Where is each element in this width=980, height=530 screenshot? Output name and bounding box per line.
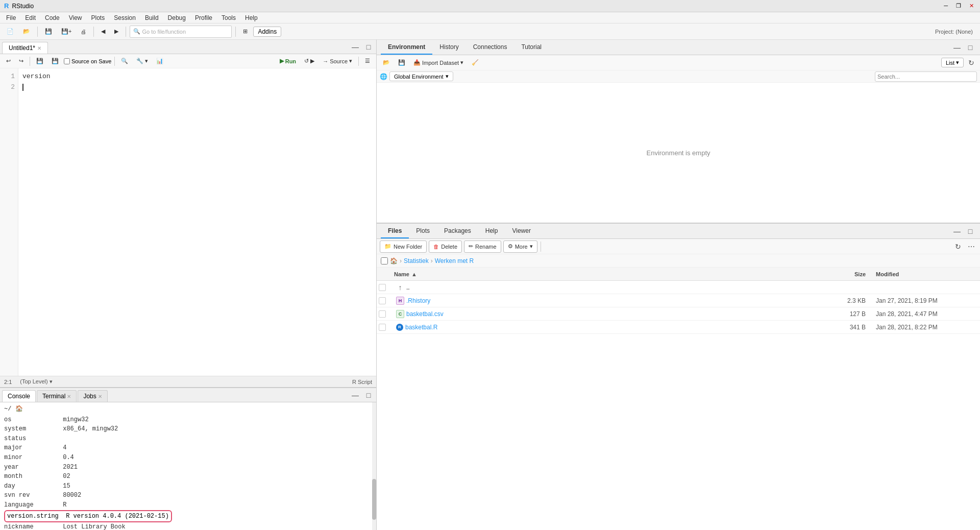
row-check-rhistory[interactable] (379, 297, 394, 304)
files-more-btn[interactable]: ⋯ (966, 241, 977, 252)
console-tab-terminal[interactable]: Terminal ✕ (37, 390, 77, 402)
menu-help[interactable]: Help (241, 13, 262, 22)
console-maximize-btn[interactable]: □ (363, 390, 374, 401)
jobs-tab-close[interactable]: ✕ (98, 394, 102, 399)
menu-tools[interactable]: Tools (217, 13, 240, 22)
code-content[interactable]: version (18, 68, 376, 376)
env-tab-history[interactable]: History (432, 40, 465, 55)
code-tools-btn[interactable]: 🔧 ▾ (133, 56, 151, 67)
files-maximize-btn[interactable]: □ (965, 226, 976, 237)
save-script-btn[interactable]: 💾 (33, 56, 46, 67)
row-check-basketbalr[interactable] (379, 324, 394, 331)
files-tab-plots[interactable]: Plots (409, 224, 437, 238)
compile-btn[interactable]: 📊 (153, 56, 166, 67)
delete-btn[interactable]: 🗑 Delete (429, 240, 462, 253)
restore-btn[interactable]: ❐ (954, 3, 963, 9)
terminal-tab-close[interactable]: ✕ (67, 394, 71, 399)
addins-btn[interactable]: Addins (253, 27, 281, 37)
env-clear-btn[interactable]: 🧹 (469, 57, 482, 69)
minimize-btn[interactable]: ─ (942, 3, 950, 9)
console-scrollbar[interactable] (372, 402, 376, 530)
more-btn[interactable]: ⚙ More ▾ (503, 240, 537, 253)
menu-plots[interactable]: Plots (87, 13, 109, 22)
files-tabbar-right: — □ (951, 226, 976, 237)
global-env-selector[interactable]: Global Environment ▾ (389, 71, 453, 81)
save-btn[interactable]: 💾 (41, 26, 56, 38)
save-all-script-btn[interactable]: 💾 (48, 56, 62, 67)
env-import-btn[interactable]: 📥 Import Dataset ▾ (410, 57, 467, 69)
doc-outline-btn[interactable]: ☰ (362, 56, 373, 67)
source-btn[interactable]: → Source ▾ (320, 56, 355, 67)
menu-build[interactable]: Build (141, 13, 163, 22)
files-minimize-btn[interactable]: — (951, 226, 963, 237)
env-search-input[interactable] (875, 71, 977, 82)
menu-profile[interactable]: Profile (191, 13, 216, 22)
redo-btn[interactable]: ↪ (16, 56, 27, 67)
files-col-name[interactable]: Name ▲ (394, 271, 815, 277)
env-tab-connections[interactable]: Connections (466, 40, 514, 55)
files-tab-viewer[interactable]: Viewer (505, 224, 537, 238)
new-folder-icon: 📁 (384, 243, 391, 250)
files-row-basketbalr[interactable]: R basketbal.R 341 B Jan 28, 2021, 8:22 P… (377, 321, 980, 334)
back-btn[interactable]: ◀ (97, 26, 109, 38)
undo-btn[interactable]: ↩ (3, 56, 14, 67)
env-list-btn[interactable]: List ▾ (941, 58, 964, 67)
layout-btn[interactable]: ⊞ (239, 26, 251, 38)
console-tab-jobs[interactable]: Jobs ✕ (78, 390, 107, 402)
menu-code[interactable]: Code (41, 13, 64, 22)
goto-btn[interactable]: 🔍 Go to file/function (130, 26, 232, 38)
console-content[interactable]: ~/ 🏠 os mingw32 system x86_64, mingw32 s… (0, 402, 376, 530)
editor-tab-untitled1[interactable]: Untitled1* ✕ (2, 42, 48, 54)
console-tab-console[interactable]: Console (2, 390, 36, 402)
env-tab-tutorial[interactable]: Tutorial (514, 40, 549, 55)
find-btn[interactable]: 🔍 (118, 56, 131, 67)
app-icon: R (4, 2, 9, 10)
print-btn[interactable]: 🖨 (77, 26, 90, 38)
titlebar-right[interactable]: ─ ❐ ✕ (942, 3, 976, 9)
menu-session[interactable]: Session (110, 13, 140, 22)
run-btn[interactable]: ▶ Run (277, 56, 299, 67)
menu-debug[interactable]: Debug (164, 13, 190, 22)
breadcrumb-home[interactable]: 🏠 (390, 257, 398, 264)
editor-minimize-btn[interactable]: — (350, 41, 361, 53)
scope-dropdown[interactable]: ▾ (50, 378, 53, 384)
files-refresh-btn[interactable]: ↻ (952, 241, 964, 252)
code-area[interactable]: 1 2 version (0, 68, 376, 376)
console-scrollbar-thumb[interactable] (372, 479, 376, 520)
forward-btn[interactable]: ▶ (111, 26, 122, 38)
editor-maximize-btn[interactable]: □ (363, 41, 374, 53)
row-check-basketbalcsv[interactable] (379, 310, 394, 318)
env-refresh-btn[interactable]: ↻ (966, 57, 977, 68)
env-tab-environment[interactable]: Environment (381, 40, 432, 55)
menu-edit[interactable]: Edit (21, 13, 40, 22)
menu-view[interactable]: View (65, 13, 86, 22)
rename-btn[interactable]: ✏ Rename (464, 240, 501, 253)
name-col-label: Name (394, 271, 409, 277)
new-folder-btn[interactable]: 📁 New Folder (380, 240, 427, 253)
files-tab-packages[interactable]: Packages (437, 224, 478, 238)
console-minimize-btn[interactable]: — (350, 390, 361, 401)
files-tab-help[interactable]: Help (478, 224, 505, 238)
rerun-btn[interactable]: ↺ ▶ (301, 56, 317, 67)
files-row-up[interactable]: ↑ .. (377, 281, 980, 294)
breadcrumb-werken-met-r[interactable]: Werken met R (435, 257, 474, 264)
env-minimize-btn[interactable]: — (951, 42, 963, 53)
open-file-btn[interactable]: 📂 (19, 26, 34, 38)
env-open-btn[interactable]: 📂 (380, 57, 393, 69)
env-save-btn[interactable]: 💾 (395, 57, 408, 69)
env-maximize-btn[interactable]: □ (965, 42, 976, 53)
editor-tab-close[interactable]: ✕ (37, 45, 41, 51)
files-row-rhistory[interactable]: H .Rhistory 2.3 KB Jan 27, 2021, 8:19 PM (377, 294, 980, 307)
source-on-save-checkbox[interactable] (64, 58, 70, 64)
row-check-up[interactable] (379, 284, 394, 291)
breadcrumb-statistiek[interactable]: Statistiek (404, 257, 429, 264)
files-row-basketbalcsv[interactable]: C basketbal.csv 127 B Jan 28, 2021, 4:47… (377, 307, 980, 321)
save-all-btn[interactable]: 💾+ (58, 26, 75, 38)
new-file-btn[interactable]: 📄 (3, 26, 17, 38)
menu-file[interactable]: File (2, 13, 20, 22)
source-on-save-label[interactable]: Source on Save (64, 58, 111, 64)
close-btn[interactable]: ✕ (967, 3, 976, 9)
left-panel: Untitled1* ✕ — □ ↩ ↪ 💾 💾 Source on (0, 40, 377, 530)
files-tab-files[interactable]: Files (381, 224, 409, 238)
files-select-all-checkbox[interactable] (381, 257, 388, 264)
